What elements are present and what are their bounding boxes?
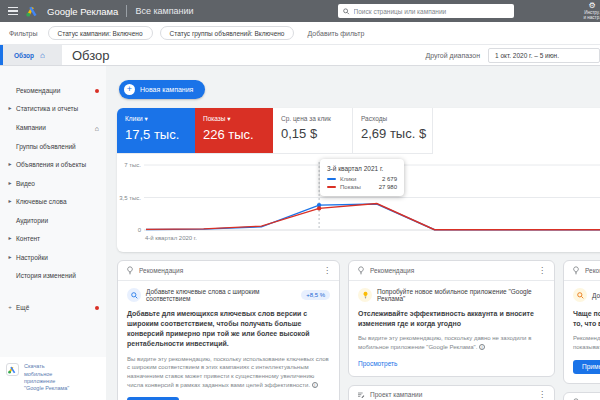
tools-wrench-icon: ⚙	[588, 2, 595, 10]
tools-label-line2: и настр.	[584, 15, 600, 20]
sidebar-item-label: Контент	[16, 235, 99, 243]
metric-label: Показы ▾	[203, 115, 265, 123]
info-icon[interactable]: i	[312, 382, 318, 388]
card-header-label: Проект кампании	[370, 391, 422, 398]
page-title: Обзор	[72, 48, 110, 63]
y-axis-tick: 0	[117, 227, 141, 233]
sidebar-item-label: Аудитории	[16, 217, 99, 225]
sidebar-item-overview-selected[interactable]: Обзор ⌂	[0, 45, 62, 66]
chart-tooltip: 3-й квартал 2021 г. Клики2 679Показы27 9…	[320, 159, 404, 196]
sidebar-item-label: Настройки	[16, 254, 99, 262]
custom-range-link[interactable]: Другой диапазон	[425, 52, 480, 59]
series-name: Клики	[340, 176, 356, 182]
sidebar-item-content[interactable]: ▸Контент	[0, 230, 106, 248]
series-color-dash	[327, 186, 336, 188]
uplift-badge: +8,5 %	[301, 290, 330, 300]
sidebar-item-more[interactable]: +Ещё	[0, 299, 106, 317]
series-value: 27 980	[379, 184, 397, 190]
tools-and-settings-button[interactable]: ⚙ Инстру. и настр.	[572, 2, 600, 20]
sidebar-item-ads-assets[interactable]: ▸Объявления и объекты	[0, 156, 106, 174]
search-icon	[343, 8, 350, 15]
card-body: Попробуйте новое мобильное приложение "G…	[349, 281, 554, 376]
apply-button[interactable]: Применить	[573, 360, 600, 374]
x-axis-label: 4-й квартал 2020 г.	[145, 235, 197, 241]
global-search-box[interactable]	[338, 4, 514, 18]
lightbulb-icon	[357, 266, 365, 275]
chevron-right-icon: ▸	[7, 235, 13, 243]
optimization-score-card: Показатель оптимизации ⋮ 61,4 % Применит…	[563, 392, 600, 400]
filter-chip-1[interactable]: Статус группы объявлений: Включено	[160, 26, 295, 40]
tooltip-rows: Клики2 679Показы27 980	[327, 176, 397, 190]
info-icon[interactable]: i	[479, 344, 485, 350]
add-filter-button[interactable]: Добавить фильтр	[307, 30, 364, 37]
card-header: Показатель оптимизации ⋮	[564, 393, 600, 400]
view-link[interactable]: Просмотреть	[358, 360, 397, 367]
keyword-search-icon	[573, 288, 587, 302]
metric-chip-avg-cpc[interactable]: Ср. цена за клик0,15 $	[273, 108, 353, 153]
sidebar-item-settings[interactable]: ▸Настройки	[0, 249, 106, 267]
brand-title: Google Реклама	[47, 6, 118, 17]
sidebar-item-change-history[interactable]: История изменений	[0, 267, 106, 285]
card-menu-icon[interactable]: ⋮	[538, 267, 546, 275]
y-axis-tick: 3,5 тыс.	[117, 195, 141, 201]
recommendation-title[interactable]: Попробуйте новое мобильное приложение "G…	[377, 288, 545, 302]
campaign-draft-card: Проект кампании ⋮ Продолжить создание ка…	[348, 385, 555, 400]
date-range-selector[interactable]: 1 окт. 2020 г. – 5 июн.	[488, 48, 600, 63]
sidebar-item-ad-groups[interactable]: Группы объявлений	[0, 138, 106, 156]
card-header: Проект кампании ⋮	[349, 386, 554, 400]
card-header-label: Рекомендация	[585, 267, 600, 274]
plus-icon: +	[7, 304, 13, 312]
plus-icon: +	[124, 84, 135, 95]
mobile-app-promo[interactable]: Скачатьмобильноеприложение"Google Реклам…	[0, 357, 106, 400]
card-header: Рекомендация ⋮	[564, 261, 600, 281]
recommendation-title[interactable]: Добавьте ключевые слова с широким соотве…	[146, 288, 296, 302]
home-icon: ⌂	[40, 51, 45, 60]
new-campaign-label: Новая кампания	[140, 86, 193, 93]
search-input[interactable]	[354, 8, 509, 15]
y-axis-tick: 7 тыс.	[117, 162, 141, 168]
card-menu-icon[interactable]: ⋮	[323, 267, 331, 275]
sidebar-item-label: Кампании	[16, 124, 92, 132]
google-ads-overview-screen: Google Реклама Все кампании ⚙ Инстру. и …	[0, 0, 600, 400]
metric-chip-clicks[interactable]: Клики ▾17,5 тыс.	[117, 108, 195, 153]
chevron-right-icon: ▸	[7, 198, 13, 206]
page-header: Обзор ⌂ Обзор Другой диапазон 1 окт. 202…	[0, 45, 600, 66]
new-campaign-button[interactable]: + Новая кампания	[119, 80, 205, 99]
performance-chart[interactable]: 4-й квартал 2020 г. 3-й квартал 2021 г. …	[117, 155, 600, 252]
recommendation-title[interactable]: Добавьте новые ключевые слова	[592, 292, 600, 299]
sidebar-item-stats-reports[interactable]: ▸Статистика и отчеты	[0, 100, 106, 118]
cards-row: Рекомендация ⋮	[117, 260, 600, 400]
ads-app-icon	[6, 363, 19, 376]
series-name: Показы	[340, 184, 361, 190]
sidebar-item-campaigns[interactable]: Кампании⌂	[0, 119, 106, 138]
chevron-right-icon: ▸	[7, 254, 13, 262]
recommendation-card-new-keywords: Рекомендация ⋮	[563, 260, 600, 384]
series-color-dash	[327, 178, 336, 180]
date-range-value: 1 окт. 2020 г. – 5 июн.	[495, 52, 559, 59]
metric-value: 0,15 $	[281, 126, 344, 141]
chevron-right-icon: ▸	[7, 161, 13, 169]
metric-chip-cost[interactable]: Расходы2,69 тыс. $	[353, 108, 433, 153]
lightbulb-icon	[572, 266, 580, 275]
metric-chip-impressions[interactable]: Показы ▾226 тыс.	[195, 108, 273, 153]
recommendation-card-broad-match: Рекомендация ⋮	[117, 260, 340, 400]
sidebar-item-keywords[interactable]: ▸Ключевые слова	[0, 193, 106, 211]
card-menu-icon[interactable]: ⋮	[538, 391, 546, 399]
card-header-label: Рекомендация	[139, 267, 183, 274]
metric-label: Ср. цена за клик	[281, 115, 344, 122]
topbar-section-all-campaigns[interactable]: Все кампании	[135, 6, 193, 16]
metric-value: 226 тыс.	[203, 127, 265, 142]
topbar-divider	[126, 5, 127, 17]
card-header: Рекомендация ⋮	[118, 261, 339, 281]
sidebar-item-audiences[interactable]: Аудитории	[0, 212, 106, 230]
hamburger-menu-icon[interactable]	[8, 7, 18, 16]
filter-chip-0[interactable]: Статус кампании: Включено	[48, 26, 153, 40]
sidebar-item-video[interactable]: ▸Видео	[0, 175, 106, 193]
metric-value: 17,5 тыс.	[125, 127, 187, 142]
sidebar-items: Рекомендации▸Статистика и отчетыКампании…	[0, 82, 106, 318]
sidebar-item-label: Ключевые слова	[16, 198, 99, 206]
recommendation-summary: Чаще показывайте рекламу тем, кто ищет т…	[573, 309, 600, 329]
tooltip-title: 3-й квартал 2021 г.	[327, 165, 397, 172]
sidebar-item-recommendations[interactable]: Рекомендации	[0, 82, 106, 100]
chevron-right-icon: ▸	[7, 105, 13, 113]
